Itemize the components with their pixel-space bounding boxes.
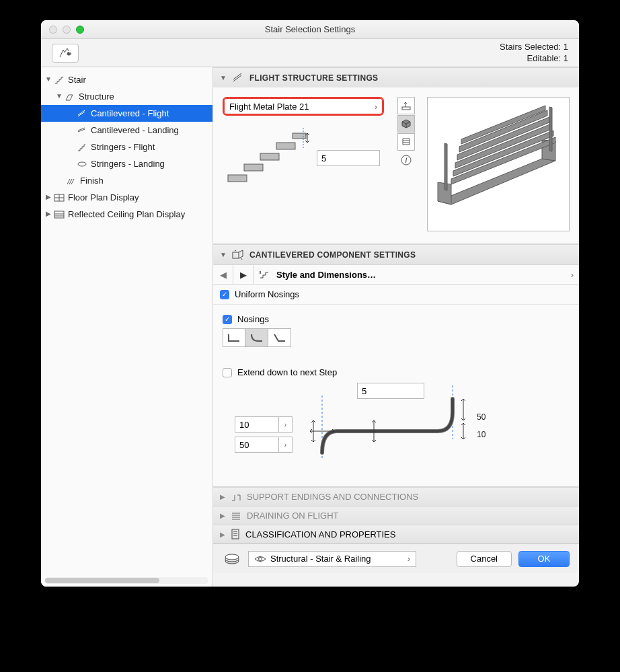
uniform-nosings-label: Uniform Nosings (235, 289, 299, 299)
footer: Structural - Stair & Railing › Cancel OK (213, 544, 579, 573)
tree-rcp[interactable]: Reflected Ceiling Plan Display (41, 206, 212, 223)
panel-flight-title: FLIGHT STRUCTURE SETTINGS (249, 73, 379, 83)
nosing-type-group (223, 328, 570, 347)
panel-cantilever-header[interactable]: ▼ CANTILEVERED COMPONENT SETTINGS (213, 244, 579, 264)
nosings-label: Nosings (237, 314, 269, 324)
main-content: ▼ FLIGHT STRUCTURE SETTINGS Flight Metal… (213, 67, 579, 587)
extend-checkbox[interactable] (223, 368, 232, 377)
chevron-right-icon: › (408, 554, 410, 564)
tree-label: Stair (68, 75, 86, 85)
view-2d-button[interactable] (397, 97, 415, 114)
status-selected: Stairs Selected: 1 (500, 42, 568, 53)
nosings-checkbox[interactable] (223, 315, 232, 324)
close-dot[interactable] (49, 26, 57, 34)
cancel-button[interactable]: Cancel (457, 551, 512, 567)
tree-stringers-flight[interactable]: Stringers - Flight (41, 139, 212, 155)
dim-b-link[interactable]: › (279, 437, 293, 453)
tree-label: Floor Plan Display (68, 192, 139, 202)
svg-rect-4 (244, 164, 263, 171)
panel-flight-header[interactable]: ▼ FLIGHT STRUCTURE SETTINGS (213, 67, 579, 87)
info-button[interactable]: i (397, 151, 415, 169)
chevron-right-icon: › (571, 270, 574, 280)
extend-label: Extend down to next Step (237, 367, 337, 377)
preview-3d[interactable] (427, 97, 570, 231)
nosing-chamfer[interactable] (268, 328, 291, 347)
landing-icon (76, 125, 88, 136)
tree-label: Reflected Ceiling Plan Display (68, 209, 185, 219)
dim-a-input[interactable]: 10 (235, 416, 279, 433)
settings-window: Stair Selection Settings Stairs Selected… (41, 20, 579, 587)
tree-stringers-landing[interactable]: Stringers - Landing (41, 155, 212, 172)
zoom-dot[interactable] (76, 26, 84, 34)
tree-structure[interactable]: Structure (41, 88, 212, 105)
uniform-nosings-row[interactable]: Uniform Nosings (213, 285, 579, 305)
tree-label: Cantilevered - Landing (91, 125, 179, 135)
panel-classif-title: CLASSIFICATION AND PROPERTIES (245, 529, 395, 539)
svg-rect-2 (54, 211, 64, 218)
tree-label: Stringers - Landing (91, 159, 165, 169)
dim-a-link[interactable]: › (279, 416, 293, 433)
nav-next[interactable]: ▶ (233, 265, 254, 284)
tree-finish[interactable]: Finish (41, 172, 212, 189)
panel-support[interactable]: ▶ SUPPORT ENDINGS AND CONNECTIONS (213, 487, 579, 506)
stringers-landing-icon (76, 159, 88, 170)
layer-state-icon (223, 552, 241, 566)
support-icon (231, 492, 241, 502)
eye-icon (254, 555, 266, 563)
sidebar-scrollbar[interactable] (45, 577, 208, 584)
svg-rect-7 (293, 133, 306, 139)
finish-icon (65, 176, 77, 186)
scrollbar-thumb[interactable] (45, 578, 159, 583)
uniform-nosings-checkbox[interactable] (220, 290, 229, 299)
dim-right-bot: 10 (477, 430, 486, 439)
tree-label: Finish (80, 176, 104, 186)
tree-stair[interactable]: Stair (41, 71, 212, 88)
panel-flight-icon (232, 72, 244, 84)
nosing-square[interactable] (223, 328, 245, 347)
layer-selector[interactable]: Structural - Stair & Railing › (248, 551, 416, 567)
nosing-round[interactable] (245, 328, 268, 347)
panel-classif[interactable]: ▶ CLASSIFICATION AND PROPERTIES (213, 525, 579, 544)
window-title: Stair Selection Settings (41, 24, 579, 34)
tree-cantilever-flight[interactable]: Cantilevered - Flight (41, 105, 212, 122)
rcp-icon (53, 209, 65, 220)
floorplan-icon (53, 192, 65, 203)
drain-icon (231, 511, 241, 521)
svg-marker-22 (444, 143, 447, 190)
component-name: Flight Metal Plate 21 (229, 102, 309, 112)
panel-drain[interactable]: ▶ DRAINING ON FLIGHT (213, 506, 579, 525)
layer-name: Structural - Stair & Railing (270, 554, 371, 564)
favorites-button[interactable] (52, 44, 79, 63)
profile-diagram (297, 385, 478, 466)
status-editable: Editable: 1 (500, 53, 568, 65)
ok-button[interactable]: OK (518, 551, 570, 567)
style-icon (259, 270, 271, 279)
tree-cantilever-landing[interactable]: Cantilevered - Landing (41, 122, 212, 139)
nav-prev[interactable]: ◀ (213, 265, 233, 284)
component-selector[interactable]: Flight Metal Plate 21 › (223, 97, 384, 116)
svg-rect-3 (228, 175, 247, 182)
svg-point-36 (259, 557, 262, 560)
svg-point-0 (78, 162, 86, 166)
titlebar: Stair Selection Settings (41, 20, 579, 39)
dim-right-top: 50 (477, 412, 486, 422)
svg-text:i: i (405, 155, 408, 165)
stair-icon (53, 75, 65, 85)
structure-icon (64, 91, 76, 102)
minimize-dot[interactable] (63, 26, 71, 34)
nav-page[interactable]: Style and Dimensions… › (254, 270, 579, 280)
dim-b-input[interactable]: 50 (235, 437, 279, 453)
svg-rect-5 (260, 153, 279, 160)
stringers-flight-icon (76, 142, 88, 153)
tree-floorplan[interactable]: Floor Plan Display (41, 189, 212, 206)
svg-rect-32 (232, 529, 239, 539)
tree-label: Stringers - Flight (91, 142, 155, 152)
flight-icon (76, 108, 88, 119)
navigation-tree: Stair Structure Cantilevered - Flight Ca… (41, 67, 213, 587)
tree-label: Cantilevered - Flight (91, 108, 169, 118)
thickness-input[interactable]: 5 (317, 150, 380, 166)
svg-rect-24 (233, 252, 239, 258)
view-3d-button[interactable] (397, 115, 415, 133)
chevron-right-icon: › (375, 102, 377, 112)
view-section-button[interactable] (397, 133, 415, 151)
